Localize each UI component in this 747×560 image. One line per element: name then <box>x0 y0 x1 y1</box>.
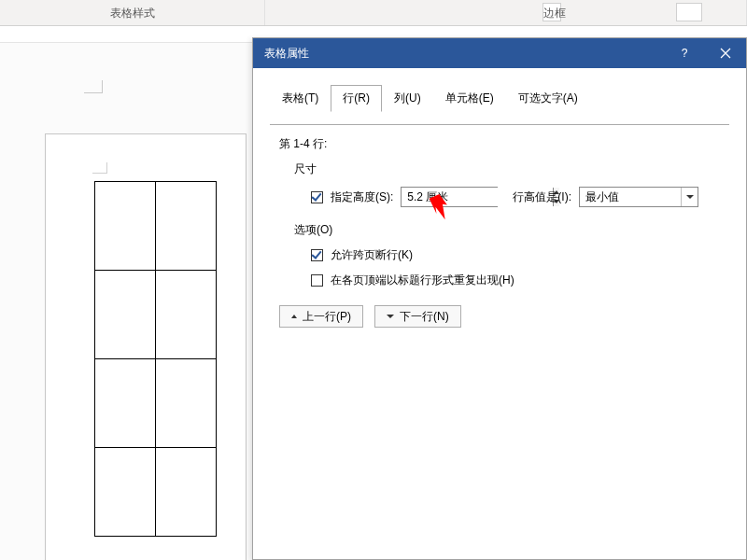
table-row <box>95 448 217 537</box>
triangle-up-icon <box>291 315 297 318</box>
allow-break-checkbox[interactable] <box>311 249 323 261</box>
ribbon-group-label: 边框 <box>499 6 611 21</box>
tab-alt-text[interactable]: 可选文字(A) <box>506 85 590 112</box>
repeat-header-checkbox[interactable] <box>311 274 323 287</box>
specify-height-row: 指定高度(S): 行高值是(I): 最小值 <box>311 187 729 207</box>
ribbon-group-label: 表格样式 <box>0 6 264 21</box>
allow-break-label: 允许跨页断行(K) <box>331 247 413 263</box>
triangle-down-icon <box>387 315 394 318</box>
tab-row[interactable]: 行(R) <box>331 85 382 112</box>
repeat-header-row: 在各页顶端以标题行形式重复出现(H) <box>311 273 729 288</box>
tab-column[interactable]: 列(U) <box>382 85 433 112</box>
repeat-header-label: 在各页顶端以标题行形式重复出现(H) <box>331 273 514 288</box>
ribbon-group-borders: 边框 <box>265 0 747 25</box>
tab-table[interactable]: 表格(T) <box>270 85 331 112</box>
next-row-button[interactable]: 下一行(N) <box>374 305 461 328</box>
table-row <box>95 271 217 359</box>
prev-row-button[interactable]: 上一行(P) <box>279 305 363 328</box>
prev-row-label: 上一行(P) <box>303 309 351 325</box>
size-group-label: 尺寸 <box>294 161 729 177</box>
specify-height-checkbox[interactable] <box>311 191 323 203</box>
dialog-titlebar: 表格属性 ? <box>253 38 746 68</box>
table-properties-dialog: 表格属性 ? 表格(T) 行(R) 列(U) 单元格(E) 可选文字(A) 第 … <box>252 37 747 560</box>
help-button[interactable]: ? <box>664 38 705 68</box>
dialog-body: 表格(T) 行(R) 列(U) 单元格(E) 可选文字(A) 第 1-4 行: … <box>253 68 746 344</box>
dialog-title: 表格属性 <box>264 46 664 62</box>
height-spinner[interactable] <box>401 187 498 207</box>
ruler <box>0 26 252 43</box>
select-value: 最小值 <box>585 189 619 205</box>
row-height-is-label: 行高值是(I): <box>513 189 571 205</box>
document-page <box>45 133 247 560</box>
specify-height-label: 指定高度(S): <box>331 189 393 205</box>
border-painter-icon[interactable] <box>676 3 702 21</box>
row-height-is-select[interactable]: 最小值 <box>579 187 698 207</box>
select-arrow[interactable] <box>681 188 698 206</box>
paragraph-mark-icon <box>92 162 107 174</box>
chevron-down-icon <box>686 195 694 199</box>
close-button[interactable] <box>705 38 746 68</box>
tab-strip: 表格(T) 行(R) 列(U) 单元格(E) 可选文字(A) <box>270 85 729 112</box>
options-group-label: 选项(O) <box>294 222 729 238</box>
ribbon-group-table-styles: 表格样式 <box>0 0 265 25</box>
next-row-label: 下一行(N) <box>400 309 449 325</box>
table-row <box>95 182 217 271</box>
help-icon: ? <box>682 47 688 60</box>
document-canvas <box>0 26 252 560</box>
close-icon <box>720 48 731 59</box>
sample-table[interactable] <box>94 181 217 537</box>
paragraph-mark-icon <box>84 80 103 93</box>
rows-range-label: 第 1-4 行: <box>279 136 729 152</box>
allow-break-row: 允许跨页断行(K) <box>311 247 729 263</box>
table-row <box>95 359 217 448</box>
ribbon: 表格样式 边框 <box>0 0 747 26</box>
tab-cell[interactable]: 单元格(E) <box>433 85 506 112</box>
